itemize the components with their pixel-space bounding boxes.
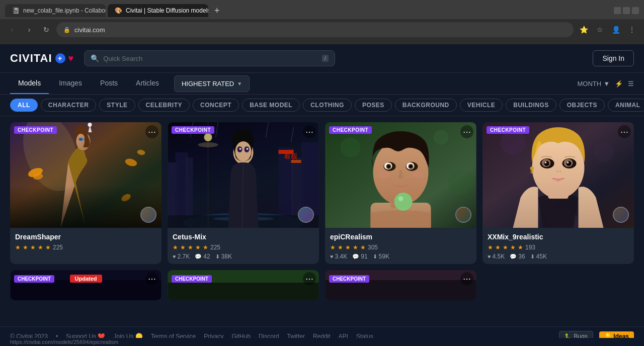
- browser-tab-1[interactable]: 📓 new_colab_file.ipynb - Collabora... ✕: [5, 4, 106, 17]
- download-icon-epic: ⬇: [373, 253, 377, 260]
- model-card-dreamshaper[interactable]: CHECKPOINT ⋯ DreamShaper ★ ★ ★ ★ ★ 225: [10, 122, 162, 264]
- minimize-icon[interactable]: [614, 7, 621, 14]
- card-stats-xxmix: ♥ 4.5K 💬 36 ⬇ 45K: [488, 253, 629, 260]
- search-bar[interactable]: 🔍 /: [84, 50, 335, 66]
- time-filter-arrow: ▼: [603, 80, 610, 88]
- filter-icon-button[interactable]: ⚡: [615, 80, 623, 88]
- bookmark-button[interactable]: ☆: [593, 23, 607, 37]
- svg-point-9: [120, 193, 132, 203]
- cat-vehicle[interactable]: VEHICLE: [460, 99, 503, 112]
- site-logo[interactable]: CIVITAI + ♥: [10, 52, 74, 65]
- tab-label-1: new_colab_file.ipynb - Collabora...: [23, 7, 106, 14]
- svg-point-73: [559, 170, 561, 172]
- address-bar[interactable]: 🔒 civitai.com: [56, 22, 574, 37]
- cat-celebrity[interactable]: CELEBRITY: [138, 99, 190, 112]
- new-tab-button[interactable]: +: [210, 6, 224, 16]
- bottom-card-1[interactable]: CHECKPOINT Updated ⋯: [10, 270, 162, 300]
- cat-buildings[interactable]: BUILDINGS: [506, 99, 556, 112]
- svg-point-53: [410, 165, 413, 168]
- stat-comments-epic: 💬 91: [352, 253, 367, 260]
- bc3-menu[interactable]: ⋯: [460, 272, 473, 285]
- logo-heart-icon[interactable]: ♥: [68, 53, 74, 64]
- nav-tab-models[interactable]: Models: [10, 73, 49, 94]
- cat-concept[interactable]: CONCEPT: [193, 99, 239, 112]
- logo-plus-icon[interactable]: +: [55, 53, 65, 63]
- star-3: ★: [30, 244, 36, 251]
- cat-objects[interactable]: OBJECTS: [559, 99, 605, 112]
- card-stars-epic: ★★★★★ 305: [330, 244, 471, 251]
- browser-title-bar: 📓 new_colab_file.ipynb - Collabora... ✕ …: [0, 0, 644, 19]
- card-stars-xxmix: ★★★★★ 193: [488, 244, 629, 251]
- star-count-epic: 305: [368, 244, 378, 251]
- bottom-card-placeholder: [482, 270, 634, 300]
- model-card-cetus[interactable]: 看板 CHECKPOINT ⋯ Cetus-Mix ★★★★★: [168, 122, 319, 264]
- status-url: https://civitai.com/models/25694/epicrea…: [10, 339, 118, 345]
- cat-style[interactable]: STYLE: [99, 99, 135, 112]
- bc3-badge: CHECKPOINT: [329, 274, 369, 282]
- tab-label-2: Civitai | Stable Diffusion models...: [126, 7, 208, 14]
- nav-tab-articles[interactable]: Articles: [128, 73, 167, 94]
- cat-animal[interactable]: ANIMAL: [608, 99, 644, 112]
- cat-clothing[interactable]: CLOTHING: [303, 99, 352, 112]
- bc1-badge: CHECKPOINT: [14, 274, 54, 282]
- svg-point-56: [377, 171, 389, 179]
- profile-button[interactable]: 👤: [609, 23, 623, 37]
- download-icon: ⬇: [215, 253, 220, 260]
- card-menu-xxmix[interactable]: ⋯: [618, 125, 631, 138]
- svg-point-68: [544, 161, 549, 166]
- tab-favicon-2: 🎨: [115, 7, 122, 14]
- address-text: civitai.com: [74, 26, 105, 34]
- svg-point-40: [341, 137, 361, 157]
- forward-button[interactable]: ›: [22, 23, 36, 37]
- nav-tab-posts[interactable]: Posts: [92, 73, 126, 94]
- model-card-epicrealism[interactable]: CHECKPOINT ⋯ epiCRealism ★★★★★ 305 ♥: [325, 122, 476, 264]
- tab-favicon-1: 📓: [12, 7, 19, 14]
- close-icon[interactable]: [632, 7, 639, 14]
- card-menu-dreamshaper[interactable]: ⋯: [145, 125, 158, 138]
- browser-tab-2[interactable]: 🎨 Civitai | Stable Diffusion models... ✕: [108, 4, 208, 17]
- svg-point-70: [545, 161, 547, 163]
- cat-background[interactable]: BACKGROUND: [395, 99, 457, 112]
- svg-point-69: [567, 161, 572, 166]
- model-card-xxmix[interactable]: CHECKPOINT ⋯ XXMix_9realistic ★★★★★ 193 …: [482, 122, 634, 264]
- extensions-button[interactable]: ⭐: [577, 23, 591, 37]
- sort-filter-button[interactable]: HIGHEST RATED ▼: [174, 75, 250, 92]
- bottom-card-3[interactable]: CHECKPOINT ⋯: [325, 270, 476, 300]
- card-menu-cetus[interactable]: ⋯: [303, 125, 316, 138]
- status-bar: https://civitai.com/models/25694/epicrea…: [0, 338, 644, 346]
- svg-rect-77: [11, 280, 162, 300]
- back-button[interactable]: ‹: [5, 23, 19, 37]
- svg-rect-79: [168, 283, 319, 300]
- star-5: ★: [45, 244, 51, 251]
- svg-point-3: [79, 138, 83, 141]
- stat-likes-epic: ♥ 3.4K: [330, 253, 347, 260]
- cat-character[interactable]: CHARACTER: [41, 99, 97, 112]
- card-menu-epic[interactable]: ⋯: [460, 125, 473, 138]
- time-filter-button[interactable]: MONTH ▼: [577, 80, 610, 88]
- bottom-card-2[interactable]: CHECKPOINT ⋯: [168, 270, 319, 300]
- card-stats-epic: ♥ 3.4K 💬 91 ⬇ 59K: [330, 253, 471, 260]
- bc1-updated: Updated: [70, 274, 102, 282]
- layout-toggle-button[interactable]: ☰: [628, 80, 634, 88]
- cat-poses[interactable]: POSES: [355, 99, 392, 112]
- cat-base-model[interactable]: BASE MODEL: [242, 99, 300, 112]
- search-input[interactable]: [103, 55, 318, 62]
- card-title-dreamshaper: DreamShaper: [15, 233, 156, 241]
- card-title-epic: epiCRealism: [330, 233, 471, 241]
- comment-icon-xxmix: 💬: [510, 253, 517, 260]
- nav-tab-images[interactable]: Images: [51, 73, 90, 94]
- card-image-xxmix: CHECKPOINT ⋯: [482, 122, 634, 228]
- svg-rect-11: [11, 198, 162, 228]
- reload-button[interactable]: ↻: [39, 23, 53, 37]
- bc2-menu[interactable]: ⋯: [303, 272, 316, 285]
- bc1-menu[interactable]: ⋯: [145, 272, 158, 285]
- svg-point-25: [235, 141, 252, 161]
- menu-button[interactable]: ⋮: [625, 23, 639, 37]
- cat-all[interactable]: ALL: [10, 99, 38, 112]
- time-filter-label: MONTH: [577, 80, 601, 88]
- svg-point-57: [413, 171, 425, 179]
- site-nav: Models Images Posts Articles HIGHEST RAT…: [0, 73, 644, 95]
- maximize-icon[interactable]: [623, 7, 630, 14]
- star-4: ★: [38, 244, 43, 251]
- sign-in-button[interactable]: Sign In: [593, 50, 634, 66]
